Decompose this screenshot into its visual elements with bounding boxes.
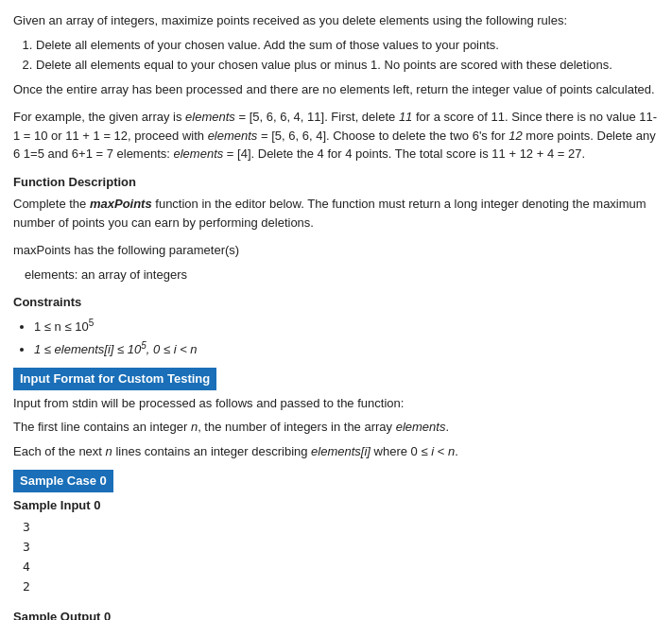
- input-format-line-1: The first line contains an integer n, th…: [13, 418, 659, 437]
- constraints-label: Constraints: [13, 293, 659, 312]
- constraint-1: 1 ≤ n ≤ 105: [34, 316, 659, 336]
- constraint-2: 1 ≤ elements[i] ≤ 105, 0 ≤ i < n: [34, 337, 659, 358]
- function-param: elements: an array of integers: [25, 266, 659, 284]
- constraints-list: 1 ≤ n ≤ 105 1 ≤ elements[i] ≤ 105, 0 ≤ i…: [13, 316, 659, 359]
- parameters-section: maxPoints has the following parameter(s)…: [13, 241, 659, 284]
- input-format-bar: Input Format for Custom Testing: [13, 368, 659, 394]
- after-rules-text: Once the entire array has been processed…: [13, 80, 659, 99]
- constraints-section: Constraints 1 ≤ n ≤ 105 1 ≤ elements[i] …: [13, 293, 659, 358]
- example-text: For example, the given array is elements…: [13, 108, 659, 164]
- function-description-text: Complete the maxPoints function in the e…: [13, 195, 659, 232]
- input-format-line-2: Each of the next n lines contains an int…: [13, 442, 659, 461]
- sample-case-bar: Sample Case 0: [13, 470, 659, 494]
- example-section: For example, the given array is elements…: [13, 108, 659, 164]
- sample-input-line-1: 3: [23, 518, 659, 538]
- input-format-section: Input Format for Custom Testing Input fr…: [13, 368, 659, 460]
- rules-list: Delete all elements of your chosen value…: [13, 36, 659, 75]
- sample-input-line-4: 2: [23, 577, 659, 597]
- input-format-desc: Input from stdin will be processed as fo…: [13, 394, 659, 413]
- rules-section: Delete all elements of your chosen value…: [13, 36, 659, 99]
- function-description-section: Function Description Complete the maxPoi…: [13, 173, 659, 232]
- sample-output-section: Sample Output 0 6: [13, 608, 659, 620]
- rule-1: Delete all elements of your chosen value…: [36, 36, 659, 55]
- sample-case-section: Sample Case 0 Sample Input 0 3 3 4 2: [13, 470, 659, 598]
- input-format-label: Input Format for Custom Testing: [13, 368, 216, 390]
- sample-input-values: 3 3 4 2: [13, 516, 659, 598]
- sample-input-line-3: 4: [23, 558, 659, 577]
- sample-input-label: Sample Input 0: [13, 496, 659, 515]
- function-description-label: Function Description: [13, 173, 659, 192]
- sample-output-label: Sample Output 0: [13, 608, 659, 620]
- rule-2: Delete all elements equal to your chosen…: [36, 56, 659, 75]
- sample-case-label: Sample Case 0: [13, 470, 113, 492]
- problem-statement: Given an array of integers, maximize poi…: [13, 11, 659, 620]
- sample-input-line-2: 3: [23, 538, 659, 558]
- intro-text: Given an array of integers, maximize poi…: [13, 11, 659, 30]
- function-params-intro: maxPoints has the following parameter(s): [13, 241, 659, 260]
